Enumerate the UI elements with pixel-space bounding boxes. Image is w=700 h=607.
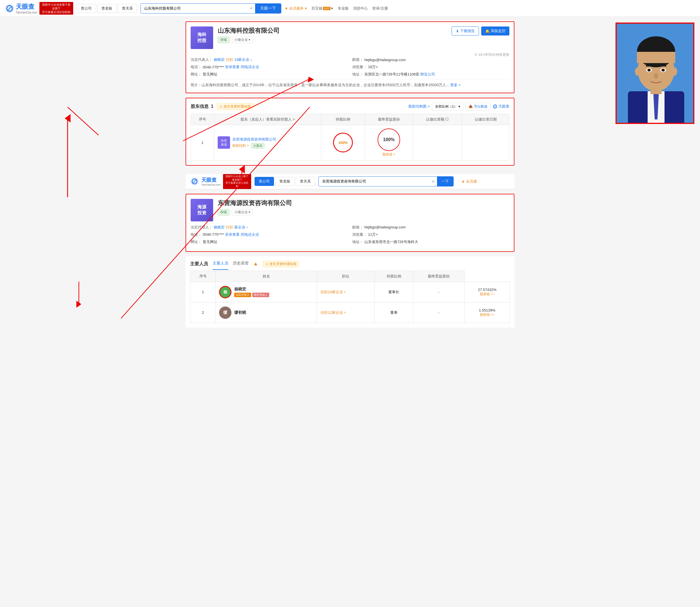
phone2-value: 0546-775****	[203, 232, 224, 237]
person-col-final: 最终受益股份	[413, 271, 465, 282]
persons-title: 主要人员	[190, 261, 208, 267]
phone-same-link[interactable]: 同电话企业	[241, 64, 259, 69]
tianyancha-logo-sm: 天眼查	[493, 104, 509, 109]
person-cell-no-2: 2	[190, 302, 216, 323]
nearby-link[interactable]: 附近公司	[420, 72, 435, 77]
chevron-down-icon-3: ▾	[249, 38, 250, 42]
tab-history-staff[interactable]: 历史高管	[233, 261, 249, 267]
cell-shareholder: 东营海源 东营海源投资咨询有限公司 股权结构 > 大股东	[214, 125, 321, 160]
sh-tag-major: 大股东	[251, 143, 264, 148]
warning-icon: ⚠	[219, 105, 222, 108]
member-star-icon: ★	[285, 6, 288, 11]
shareholder-table: 序号 股东（发起人）查看实际控股人 > 持股比例 最终受益股份 认缴出资额 ⓘ …	[191, 114, 509, 161]
address2-value: 山东省东营市北一路726号海科大	[364, 239, 418, 245]
equity-chain-link[interactable]: 股权链 >	[368, 152, 409, 157]
search-bar: ✕ 天眼一下	[141, 3, 281, 14]
legal-rep-link[interactable]: 杨晓宏	[214, 57, 225, 62]
persons-change-badge[interactable]: ⚠ 发生变更时通知我	[263, 261, 299, 267]
download-report-button[interactable]: ⬇ 下载报告	[452, 26, 479, 36]
person-cell-ratio-2: -	[413, 302, 465, 323]
avatar-miao: 缪	[219, 307, 231, 319]
search-button[interactable]: 天眼一下	[255, 4, 281, 13]
legal-rep-role-link[interactable]: 任职	[226, 57, 233, 62]
person-cell-final-2: 1.55139% 股权链 > ›	[465, 302, 510, 323]
refresh-icon: ↻	[474, 53, 477, 57]
risk-monitor-button[interactable]: 🔔 风险监控	[481, 26, 509, 36]
company-tags: 存续 小微企业 ▾	[218, 37, 509, 43]
cell-registered-date	[462, 125, 509, 160]
desc-text: 简介：山东海科控股有限公司，成立于2014年，位于山东省东营市，是一家以从事商务…	[191, 83, 449, 87]
logo-icon: 天眼查 TianYanCha.com	[4, 2, 37, 14]
email-label: 邮箱：	[352, 57, 363, 62]
equity-link-1[interactable]: 股权链 > ›	[468, 292, 506, 297]
legal-rep2-count[interactable]: 家企业	[234, 225, 245, 230]
address-label: 地址：	[352, 72, 363, 77]
legal-rep2-row: 法定代理人： 杨晓宏 任职 家企业 ›	[191, 225, 348, 230]
phone2-same[interactable]: 同电还企业	[241, 232, 259, 237]
person-tabs: 主要人员 历史高管 ▲	[213, 261, 258, 267]
person-cell-position-2: 董事	[375, 302, 413, 323]
col-header-shareholder: 股东（发起人）查看实际控股人 >	[214, 114, 321, 125]
cell-final-benefit: 100% 股权链 >	[365, 125, 413, 160]
nav-tabs: 查公司 查老板 查关系	[77, 4, 137, 13]
member-service-btn[interactable]: ★ 会员服务 ▾	[285, 6, 307, 11]
job-link-2[interactable]: 任职12家企业 >	[320, 310, 346, 315]
website2-label: 网址：	[191, 239, 201, 245]
chart-link[interactable]: 股权结构图 >	[408, 104, 430, 109]
legal-rep-label: 法定代表人：	[191, 57, 213, 62]
view-value: 16万+	[368, 64, 378, 69]
ratio-filter-btn[interactable]: 全部比例（1） ▾	[432, 103, 463, 110]
phone-query-link[interactable]: 登录查看	[225, 64, 240, 69]
arrow-icon: ▲	[253, 261, 258, 267]
sh-structure-link[interactable]: 股权结构 >	[232, 143, 249, 148]
search-clear-icon[interactable]: ✕	[248, 6, 255, 11]
desc-more-link[interactable]: 更多 >	[450, 83, 461, 87]
phone2-query[interactable]: 登录查看	[225, 232, 240, 237]
website2-value: 暂无网址	[203, 239, 217, 245]
person-cell-job-1: 任职19家企业 >	[317, 282, 375, 302]
legal-rep2-link[interactable]: 杨晓宏	[214, 225, 225, 230]
change-notice-badge[interactable]: ⚠ 发生变更时通知我	[217, 103, 253, 110]
svg-rect-20	[660, 65, 666, 66]
pro-link[interactable]: 专业版	[338, 6, 348, 11]
legal-rep2-role[interactable]: 任职	[226, 225, 233, 230]
view2-label: 浏览量：	[352, 232, 367, 237]
baibao-link[interactable]: 百宝箱 HOT ▾	[312, 6, 333, 11]
equity-link-2[interactable]: 股权链 > ›	[468, 312, 506, 317]
news-link[interactable]: 消息中心	[353, 6, 368, 11]
logo-text-cn: 天眼查	[16, 2, 37, 11]
view-label: 浏览量：	[352, 64, 367, 69]
website-value: 暂无网址	[203, 72, 217, 77]
login-link[interactable]: 登录/注册	[372, 6, 388, 11]
search-input[interactable]	[141, 4, 248, 13]
email2-value: hkjtbgs@haikegroup.com	[364, 225, 406, 229]
tab-relation[interactable]: 查关系	[118, 4, 137, 13]
tab-current-staff[interactable]: 主要人员	[213, 261, 228, 270]
avatar-yang: 杨	[219, 286, 231, 298]
final-benefit-badge: 最终受益人	[252, 293, 269, 297]
svg-point-18	[661, 69, 665, 71]
tab-boss[interactable]: 查老板	[97, 4, 116, 13]
chevron-down-icon: ▾	[305, 6, 307, 11]
person-row-2: 2 缪 缪初晓 任职12家企业 >	[190, 302, 510, 323]
tab-company[interactable]: 查公司	[77, 4, 96, 13]
address2-label: 地址：	[352, 239, 363, 245]
type-badge: 小微企业 ▾	[232, 37, 253, 43]
job-link-1[interactable]: 任职19家企业 >	[320, 290, 346, 294]
cell-no: 1	[191, 125, 214, 160]
chevron-down-icon-4: ▾	[459, 105, 460, 108]
sh-name-link[interactable]: 东营海源投资咨询有限公司	[232, 137, 276, 142]
export-data-btn[interactable]: 📤 导出数据	[465, 103, 490, 110]
person-row-1: 1 杨 杨晓宏 实际控制人 最终受益人	[190, 282, 510, 302]
person-cell-final-1: 27.57432% 股权链 > ›	[465, 282, 510, 302]
person-col-no: 序号	[190, 271, 216, 282]
person-col-position: 职位	[317, 271, 375, 282]
person-name-1: 杨晓宏	[234, 287, 269, 292]
legal-rep-count-link[interactable]: 19家企业	[234, 57, 249, 62]
top-navigation: 天眼查 TianYanCha.com 国家中小企业发展子基金旗下 官方备案企业征…	[0, 0, 700, 17]
address2-row: 地址： 山东省东营市北一路726号海科大	[352, 239, 509, 245]
actual-control-badge: 实际控制人	[234, 293, 251, 297]
person-cell-name-1: 杨 杨晓宏 实际控制人 最终受益人	[216, 282, 317, 302]
sh-info: 东营海源投资咨询有限公司 股权结构 > 大股东	[232, 137, 276, 148]
col-header-final-benefit: 最终受益股份	[365, 114, 413, 125]
